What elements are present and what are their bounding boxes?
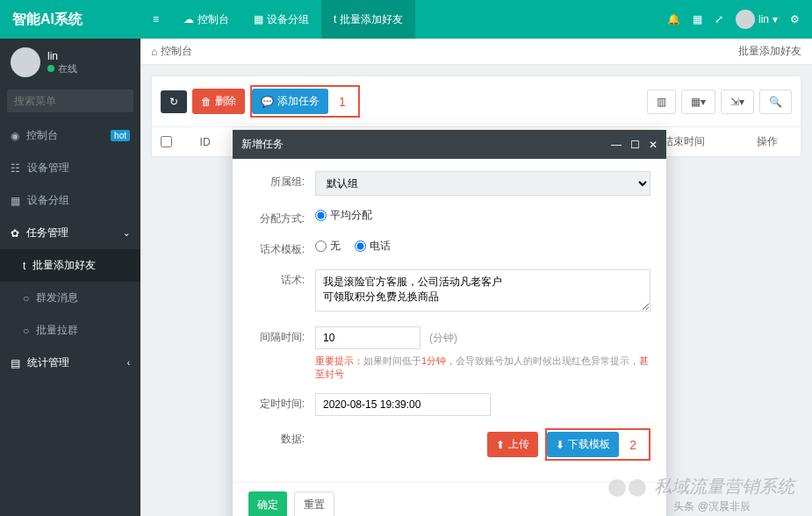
refresh-icon: ↻	[169, 96, 178, 108]
label-script: 话术:	[248, 269, 315, 288]
nav-device-group[interactable]: ▦ 设备分组	[241, 0, 321, 39]
sidebar: lin 在线 🔍 ◉ 控制台 hot ☷ 设备管理 ▦ 设备分组 ✿ 任务管理 …	[0, 39, 140, 516]
profile-status: 在线	[47, 62, 77, 75]
search-input[interactable]	[7, 90, 153, 112]
upload-button[interactable]: ⬆上传	[487, 432, 538, 457]
col-action: 操作	[742, 134, 792, 149]
alloc-avg-radio[interactable]: 平均分配	[315, 208, 372, 223]
topnav: ≡ ☁ 控制台 ▦ 设备分组 t 批量添加好友	[140, 0, 415, 39]
grid-icon: ▦	[11, 195, 20, 207]
modal-header[interactable]: 新增任务 — ☐ ✕	[233, 130, 666, 159]
interval-unit: (分钟)	[429, 331, 457, 346]
user-name: lin	[758, 13, 769, 25]
share-icon[interactable]: ⚙	[790, 13, 800, 25]
maximize-icon[interactable]: ☐	[630, 139, 640, 151]
label-group: 所属组:	[248, 171, 315, 190]
datetime-input[interactable]	[315, 393, 491, 416]
confirm-button[interactable]: 确定	[248, 491, 287, 516]
modal-title: 新增任务	[241, 137, 284, 152]
brand-title: 智能AI系统	[0, 11, 140, 29]
grid-icon[interactable]: ▦	[693, 13, 702, 25]
menu-console[interactable]: ◉ 控制台 hot	[0, 119, 140, 152]
sliders-icon: ☷	[11, 162, 20, 175]
bell-icon[interactable]: 🔔	[667, 13, 680, 25]
script-textarea[interactable]: 我是滚险官方客服，公司活动凡老客户 可领取积分免费兑换商品	[315, 269, 650, 312]
select-all-checkbox[interactable]	[161, 136, 172, 147]
interval-warning: 重要提示：如果时间低于1分钟，会导致账号加人的时候出现红色异常提示，甚至封号	[315, 355, 650, 381]
close-icon[interactable]: ✕	[649, 139, 658, 151]
upload-icon: ⬆	[496, 439, 505, 451]
group-select[interactable]: 默认组	[315, 171, 650, 196]
sidebar-menu: ◉ 控制台 hot ☷ 设备管理 ▦ 设备分组 ✿ 任务管理 ⌄ t 批量添加好…	[0, 119, 140, 379]
download-icon: ⬇	[556, 439, 564, 451]
breadcrumb: ⌂ 控制台 批量添加好友	[140, 39, 812, 65]
menu-mass-msg[interactable]: ○ 群发消息	[0, 282, 140, 314]
nav-console-label: 控制台	[198, 12, 229, 27]
delete-button[interactable]: 🗑删除	[192, 89, 245, 114]
trash-icon: 🗑	[201, 96, 212, 108]
tumblr-icon: t	[334, 13, 336, 25]
minimize-icon[interactable]: —	[611, 139, 622, 151]
topright: 🔔 ▦ ⤢ lin ▾ ⚙	[667, 10, 812, 29]
download-template-button[interactable]: ⬇下载模板	[547, 432, 619, 457]
cloud-icon: ☁	[183, 13, 194, 25]
expand-icon[interactable]: ⤢	[715, 13, 723, 25]
menu-device-group[interactable]: ▦ 设备分组	[0, 184, 140, 217]
columns-button[interactable]: ▥	[647, 90, 676, 114]
label-template: 话术模板:	[248, 239, 315, 257]
avatar-icon	[11, 47, 40, 77]
user-menu[interactable]: lin ▾	[736, 10, 778, 29]
menu-device-mgmt[interactable]: ☷ 设备管理	[0, 152, 140, 184]
nav-bulk-add[interactable]: t 批量添加好友	[321, 0, 415, 39]
avatar-icon	[736, 10, 755, 29]
nav-console[interactable]: ☁ 控制台	[171, 0, 241, 39]
modal-body: 所属组: 默认组 分配方式: 平均分配 话术模板: 无 电话 话术: 我是滚险官	[233, 159, 666, 482]
tmpl-none-radio[interactable]: 无	[315, 239, 341, 254]
toggle-menu-icon[interactable]: ≡	[140, 0, 171, 39]
add-task-modal: 新增任务 — ☐ ✕ 所属组: 默认组 分配方式: 平均分配 话术模板: 无	[233, 130, 666, 516]
menu-bulk-pull[interactable]: ○ 批量拉群	[0, 314, 140, 347]
label-data: 数据:	[248, 428, 315, 447]
profile-name: lin	[47, 50, 77, 62]
toolbar: ↻ 🗑删除 💬添加任务 1 ▥ ▦▾ ⇲▾ 🔍	[152, 76, 801, 126]
refresh-button[interactable]: ↻	[161, 90, 187, 113]
circle-icon: ○	[23, 292, 29, 305]
label-datetime: 定时时间:	[248, 393, 315, 412]
export-button[interactable]: ⇲▾	[721, 90, 754, 114]
dashboard-icon: ◉	[11, 130, 19, 142]
breadcrumb-right: 批量添加好友	[738, 44, 801, 59]
menu-bulk-add[interactable]: t 批量添加好友	[0, 249, 140, 282]
breadcrumb-left[interactable]: 控制台	[161, 44, 192, 59]
add-task-button[interactable]: 💬添加任务	[252, 89, 328, 114]
chevron-down-icon: ⌄	[123, 228, 130, 238]
menu-task-mgmt[interactable]: ✿ 任务管理 ⌄	[0, 217, 140, 249]
tmpl-phone-radio[interactable]: 电话	[355, 239, 391, 254]
interval-input[interactable]	[315, 326, 420, 349]
col-id[interactable]: ID	[184, 136, 226, 148]
chat-icon: 💬	[261, 96, 274, 108]
grid-icon: ▦	[254, 13, 263, 25]
menu-stats[interactable]: ▤ 统计管理 ‹	[0, 347, 140, 379]
watermark: 私域流量营销系统	[608, 475, 794, 498]
profile: lin 在线	[0, 39, 140, 86]
chart-icon: ▤	[11, 357, 20, 369]
sidebar-search[interactable]: 🔍	[7, 90, 133, 112]
reset-button[interactable]: 重置	[294, 491, 334, 516]
grid-view-button[interactable]: ▦▾	[681, 90, 715, 114]
tumblr-icon: t	[23, 260, 25, 272]
chevron-left-icon: ‹	[127, 358, 130, 368]
chevron-down-icon: ▾	[772, 13, 778, 25]
watermark-author: 头条 @溟晨非辰	[673, 499, 751, 514]
gear-icon: ✿	[11, 227, 19, 240]
home-icon[interactable]: ⌂	[151, 46, 157, 58]
label-interval: 间隔时间:	[248, 326, 315, 345]
nav-device-group-label: 设备分组	[267, 12, 309, 27]
circle-icon: ○	[23, 325, 29, 337]
callout-2: 2	[619, 438, 647, 452]
callout-1: 1	[328, 95, 356, 109]
search-button[interactable]: 🔍	[759, 90, 792, 114]
modal-footer: 确定 重置	[233, 482, 666, 516]
topbar: 智能AI系统 ≡ ☁ 控制台 ▦ 设备分组 t 批量添加好友 🔔 ▦ ⤢ lin…	[0, 0, 812, 39]
nav-bulk-add-label: 批量添加好友	[340, 12, 403, 27]
hot-badge: hot	[111, 130, 130, 141]
